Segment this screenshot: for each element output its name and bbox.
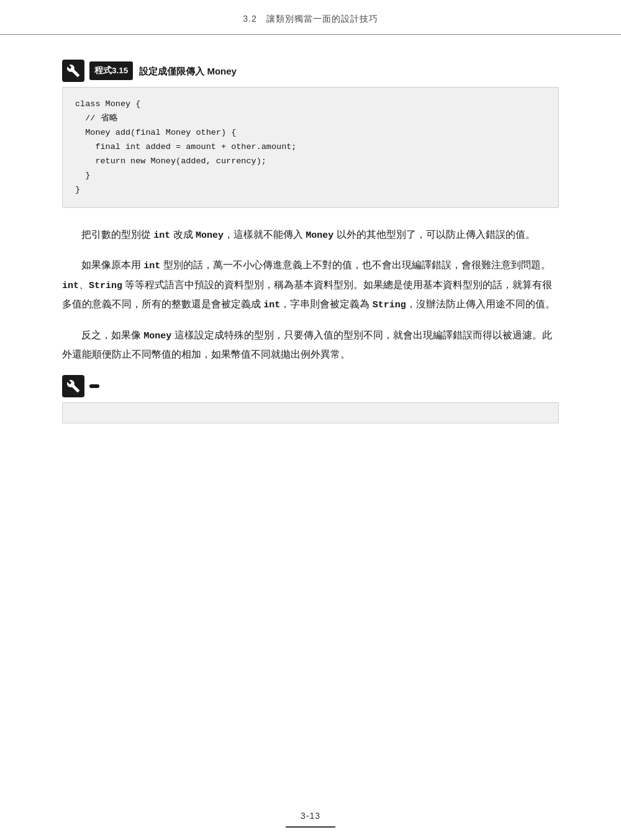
paragraph-3: 反之，如果像 Money 這樣設定成特殊的型別，只要傳入值的型別不同，就會出現編…	[62, 326, 559, 364]
inline-code-int-4: int	[263, 300, 280, 310]
inline-code-int-1: int	[153, 230, 170, 241]
inline-code-string-2: String	[373, 300, 406, 310]
code-section-316	[62, 375, 559, 423]
inline-code-string-1: String	[89, 281, 122, 291]
wrench-svg	[66, 64, 80, 78]
paragraph-1: 把引數的型別從 int 改成 Money，這樣就不能傳入 Money 以外的其他…	[62, 225, 559, 245]
inline-code-money-1: Money	[196, 230, 224, 241]
page-header: 3.2 讓類別獨當一面的設計技巧	[0, 0, 621, 35]
page-container: 3.2 讓類別獨當一面的設計技巧 程式3.15 設定成僅限傳入 Money cl…	[0, 0, 621, 840]
footer-line	[286, 826, 335, 828]
page-number: 3-13	[301, 808, 320, 824]
content-area: 程式3.15 設定成僅限傳入 Money class Money { // 省略…	[0, 35, 621, 478]
paragraph-2: 如果像原本用 int 型別的話，萬一不小心傳進意義上不對的值，也不會出現編譯錯誤…	[62, 256, 559, 315]
inline-code-money-2: Money	[306, 230, 333, 241]
wrench-icon-315	[62, 60, 84, 82]
page-footer: 3-13	[0, 808, 621, 828]
inline-code-int-2: int	[143, 261, 160, 271]
inline-code-money-3: Money	[143, 331, 171, 341]
code-label-315: 程式3.15 設定成僅限傳入 Money	[62, 60, 559, 82]
code-block-316	[62, 402, 559, 423]
inline-code-int-3: int	[62, 281, 79, 291]
code-label-title-315: 設定成僅限傳入 Money	[139, 63, 237, 79]
code-block-315: class Money { // 省略 Money add(final Mone…	[62, 87, 559, 208]
code-label-316	[62, 375, 559, 397]
wrench-icon-316	[62, 375, 84, 397]
code-label-tag-315: 程式3.15	[89, 61, 133, 80]
code-section-315: 程式3.15 設定成僅限傳入 Money class Money { // 省略…	[62, 60, 559, 208]
code-label-tag-316	[89, 384, 99, 388]
header-text: 3.2 讓類別獨當一面的設計技巧	[243, 11, 378, 27]
wrench-svg-2	[66, 379, 80, 393]
